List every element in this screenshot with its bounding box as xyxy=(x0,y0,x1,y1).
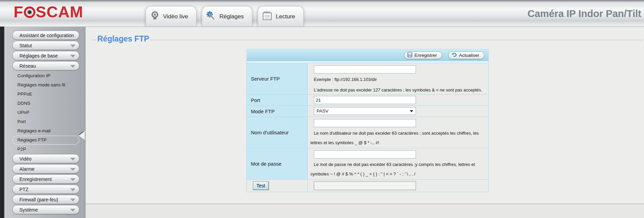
calendar-icon xyxy=(262,11,272,22)
sidebar-menu: Assistant de configuration Statut Réglag… xyxy=(12,31,79,215)
sidebar-item-assistant[interactable]: Assistant de configuration xyxy=(12,31,79,40)
sidebar-item-label: Système xyxy=(19,207,38,213)
sidebar-item-firewall[interactable]: Firewall (pare-feu) xyxy=(12,195,79,204)
chevron-down-icon xyxy=(70,199,76,201)
chevron-down-icon xyxy=(70,45,76,47)
webcam-icon xyxy=(150,11,160,22)
ftp-server-example-text: Exemple : ftp://192.168.1.103/dir xyxy=(308,75,488,84)
logo-text-end: SCAM xyxy=(36,4,83,20)
chevron-down-icon xyxy=(70,158,76,161)
sidebar-item-label: Alarme xyxy=(19,166,34,172)
field-label: Nom d'utilisateur xyxy=(247,117,308,148)
sidebar-subitem-upnp[interactable]: UPnP xyxy=(12,108,79,117)
tab-settings[interactable]: Réglages xyxy=(202,6,252,27)
sidebar: Assistant de configuration Statut Réglag… xyxy=(0,27,85,218)
heading-rule-right xyxy=(150,40,642,40)
sidebar-item-label: Enregistrement xyxy=(19,177,52,182)
sidebar-subitem-configuration-ip[interactable]: Configuration IP xyxy=(12,71,79,80)
username-constraint-text: Le nom d'utilisateur ne doit pas excéder… xyxy=(308,128,488,148)
ftp-mode-select[interactable]: PASV xyxy=(314,107,416,115)
camera-lens-icon xyxy=(24,6,35,18)
tab-label: Lecture xyxy=(276,13,295,20)
sidebar-item-label: Firewall (pare-feu) xyxy=(19,197,58,202)
heading-rule-left xyxy=(92,40,96,40)
row-serveur-ftp: Serveur FTP Exemple : ftp://192.168.1.10… xyxy=(246,63,489,95)
sidebar-item-reglages-de-base[interactable]: Réglages de base xyxy=(12,51,79,60)
field-content: Le nom d'utilisateur ne doit pas excéder… xyxy=(308,117,488,148)
save-button[interactable]: Enregistrer xyxy=(404,51,442,59)
save-button-label: Enregistrer xyxy=(415,53,437,58)
sidebar-item-label: Réseau xyxy=(19,63,36,69)
refresh-button[interactable]: Actualiser xyxy=(448,51,484,59)
ftp-mode-selected-value: PASV xyxy=(317,108,328,114)
sidebar-item-video[interactable]: Vidéo xyxy=(12,154,79,163)
test-result-box[interactable] xyxy=(314,181,416,190)
sidebar-item-label: PTZ xyxy=(19,187,28,192)
main-content: Réglages FTP Enregistrer xyxy=(85,27,644,204)
test-cell: Test xyxy=(247,180,308,192)
sidebar-subitem-reglages-email[interactable]: Réglages e-mail xyxy=(12,127,79,135)
sidebar-item-statut[interactable]: Statut xyxy=(12,41,79,50)
test-button[interactable]: Test xyxy=(253,181,269,190)
sidebar-item-systeme[interactable]: Système xyxy=(12,205,79,214)
field-content: Le mot de passe ne doit pas excéder 63 c… xyxy=(308,148,488,179)
chevron-down-icon xyxy=(70,168,76,171)
ftp-settings-form: Enregistrer Actualiser Serveur FTP Exemp… xyxy=(246,49,489,192)
sidebar-item-reseau[interactable]: Réseau xyxy=(12,61,79,70)
username-input[interactable] xyxy=(314,119,416,127)
chevron-down-icon xyxy=(70,65,76,68)
field-label: Mode FTP xyxy=(247,106,308,117)
field-content: PASV xyxy=(308,106,488,117)
sidebar-subitem-port[interactable]: Port xyxy=(12,117,79,126)
chevron-down-icon xyxy=(70,209,76,212)
field-content: Exemple : ftp://192.168.1.103/dir L'adre… xyxy=(308,63,488,94)
refresh-button-label: Actualiser xyxy=(459,53,479,58)
field-content xyxy=(308,180,488,192)
tab-video-live[interactable]: Vidéo live xyxy=(146,6,196,27)
main-tabs: Vidéo live xyxy=(146,5,304,27)
ftp-server-constraint-text: L'adresse ne doit pas excéder 127 caract… xyxy=(308,85,488,95)
select-caret-icon xyxy=(410,110,413,112)
password-input[interactable] xyxy=(314,150,416,158)
sidebar-item-label: Réglages de base xyxy=(19,53,58,58)
ftp-server-input[interactable] xyxy=(314,65,416,73)
logo-text: F xyxy=(14,4,23,20)
refresh-icon xyxy=(451,52,457,58)
sidebar-subitem-p2p[interactable]: P2P xyxy=(12,145,79,154)
tab-label: Réglages xyxy=(219,13,244,20)
sidebar-item-ptz[interactable]: PTZ xyxy=(12,185,79,194)
page-heading-row: Réglages FTP xyxy=(92,35,642,43)
sidebar-collapse-handle[interactable] xyxy=(77,131,85,141)
sidebar-subitem-reglages-ftp[interactable]: Réglages FTP xyxy=(12,136,79,145)
save-icon xyxy=(407,52,413,58)
camera-model-title: Caméra IP Indor Pan/Tilt xyxy=(528,8,641,19)
port-input[interactable] xyxy=(314,96,416,104)
chevron-down-icon xyxy=(70,178,76,181)
sidebar-item-alarme[interactable]: Alarme xyxy=(12,164,79,173)
row-username: Nom d'utilisateur Le nom d'utilisateur n… xyxy=(246,117,489,148)
field-label: Mot de passe xyxy=(247,148,308,179)
chevron-down-icon xyxy=(70,55,76,57)
gears-icon xyxy=(206,11,216,22)
field-content xyxy=(308,95,488,105)
foscam-logo: FSCAM xyxy=(14,4,83,20)
chevron-down-icon xyxy=(70,188,76,191)
password-constraint-text: Le mot de passe ne doit pas excéder 63 c… xyxy=(308,159,488,179)
page-title: Réglages FTP xyxy=(96,35,150,43)
sidebar-item-label: Vidéo xyxy=(19,156,32,162)
row-test: Test xyxy=(246,180,489,192)
row-mode-ftp: Mode FTP PASV xyxy=(246,106,489,117)
tab-playback[interactable]: Lecture xyxy=(258,6,304,27)
sidebar-subitem-pppoe[interactable]: PPPoE xyxy=(12,90,79,99)
sidebar-item-label: Assistant de configuration xyxy=(19,33,74,38)
sidebar-subitem-mode-sans-fil[interactable]: Réglages mode sans fil xyxy=(12,81,79,89)
sidebar-item-label: Statut xyxy=(19,43,32,48)
row-port: Port xyxy=(246,95,489,106)
field-label: Port xyxy=(247,95,308,105)
field-label: Serveur FTP xyxy=(247,63,308,94)
row-password: Mot de passe Le mot de passe ne doit pas… xyxy=(246,148,489,180)
sidebar-subitem-ddns[interactable]: DDNS xyxy=(12,99,79,108)
app-header: FSCAM Vidéo live xyxy=(0,0,644,27)
sidebar-item-enregistrement[interactable]: Enregistrement xyxy=(12,174,79,184)
form-toolbar: Enregistrer Actualiser xyxy=(246,49,489,61)
